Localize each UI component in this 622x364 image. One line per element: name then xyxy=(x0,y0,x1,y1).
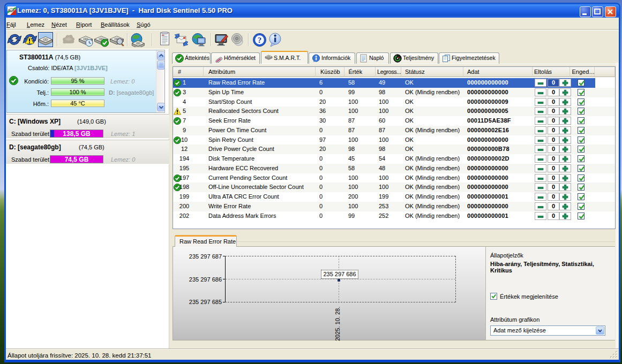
svg-text:?: ? xyxy=(258,36,262,44)
